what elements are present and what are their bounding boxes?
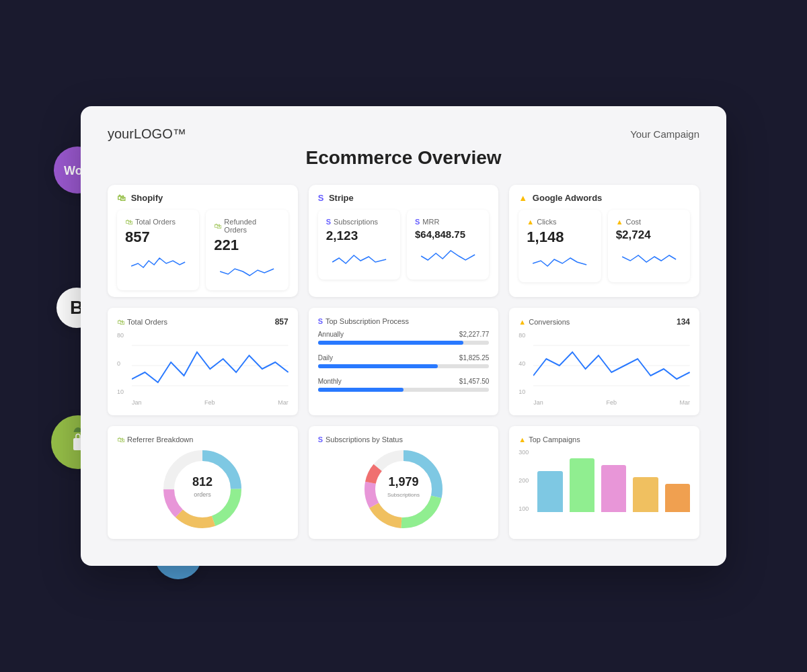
- mrr-card: S MRR $64,848.75: [407, 210, 489, 280]
- google-section: ▲ Google Adwords ▲ Clicks 1,148: [509, 185, 699, 297]
- daily-item: Daily $1,825.25: [318, 354, 490, 368]
- conversions-y-axis: 80 40 10: [518, 332, 532, 395]
- subscriptions-status-label: S Subscriptions by Status: [318, 435, 403, 444]
- google-conversions-icon: ▲: [518, 318, 526, 326]
- google-metrics: ▲ Clicks 1,148 ▲ Cost $2,724: [509, 203, 699, 289]
- refunded-sparkline: [214, 259, 280, 280]
- top-sections-row: 🛍 Shopify 🛍 Total Orders 857: [108, 185, 699, 297]
- top-campaigns-card: ▲ Top Campaigns 300 200 100: [509, 426, 699, 539]
- shopify-s-icon2: 🛍: [214, 222, 221, 230]
- total-orders-sparkline: [125, 251, 191, 271]
- conversions-header: ▲ Conversions 134: [518, 317, 690, 327]
- referrer-header: 🛍 Referrer Breakdown: [117, 435, 289, 444]
- google-a-icon: ▲: [527, 218, 534, 226]
- subscriptions-sparkline: [326, 249, 392, 269]
- conversions-label: ▲ Conversions: [518, 318, 570, 326]
- top-sub-header: S Top Subscription Process: [318, 317, 490, 325]
- google-section-title: ▲ Google Adwords: [509, 185, 699, 203]
- cost-card: ▲ Cost $2,724: [608, 210, 690, 282]
- subscriptions-status-header: S Subscriptions by Status: [318, 435, 490, 444]
- daily-header: Daily $1,825.25: [318, 354, 490, 362]
- cost-label: ▲ Cost: [616, 218, 682, 226]
- cost-sparkline: [616, 247, 682, 267]
- orders-line-svg: [132, 332, 289, 392]
- daily-bar-bg: [318, 364, 490, 368]
- referrer-card: 🛍 Referrer Breakdown 812 orders: [108, 426, 298, 539]
- clicks-value: 1,148: [527, 228, 592, 246]
- google-campaigns-icon: ▲: [518, 435, 526, 444]
- subscriptions-value: 2,123: [326, 228, 392, 243]
- campaigns-bars: [537, 449, 690, 512]
- bar-4: [633, 477, 658, 512]
- bar-5: [665, 484, 690, 512]
- conversions-line-svg: [533, 332, 690, 392]
- shopify-orders-chart: 🛍 Total Orders 857 80 0 10: [108, 308, 298, 415]
- shopify-referrer-icon: 🛍: [117, 435, 124, 444]
- subs-center-sub: Subscriptions: [387, 492, 420, 498]
- stripe-s-icon: S: [326, 218, 331, 226]
- shopify-metrics: 🛍 Total Orders 857 🛍 Refunded Orders: [108, 203, 298, 297]
- clicks-card: ▲ Clicks 1,148: [518, 210, 601, 282]
- referrer-center-sub: orders: [194, 491, 212, 498]
- annually-bar-fill: [318, 341, 463, 345]
- google-ads-icon-small: ▲: [518, 193, 527, 203]
- shopify-orders-chart-area: 80 0 10 Jan Feb Mar: [117, 332, 289, 406]
- bar-3: [601, 465, 626, 513]
- conversions-chart-area: 80 40 10 Jan Feb Mar: [518, 332, 690, 406]
- subscriptions-card: S Subscriptions 2,123: [318, 210, 400, 280]
- monthly-bar-fill: [318, 388, 404, 392]
- shopify-orders-header: 🛍 Total Orders 857: [117, 317, 289, 327]
- dashboard-container: yourLOGO™ Your Campaign Ecommerce Overvi…: [81, 106, 726, 566]
- logo-area: yourLOGO™: [108, 126, 186, 142]
- referrer-donut: 812 orders: [117, 449, 289, 530]
- annually-item: Annually $2,227.77: [318, 331, 490, 345]
- bottom-row: 🛍 Referrer Breakdown 812 orders: [108, 426, 699, 539]
- y-axis-labels: 80 0 10: [117, 332, 130, 395]
- top-campaigns-header: ▲ Top Campaigns: [518, 435, 690, 444]
- conversions-value: 134: [677, 317, 690, 327]
- monthly-item: Monthly $1,457.50: [318, 378, 490, 392]
- shopify-orders-chart-label: 🛍 Total Orders: [117, 318, 167, 326]
- referrer-center-value: 812: [192, 475, 213, 489]
- monthly-header: Monthly $1,457.50: [318, 378, 490, 385]
- subscriptions-status-donut: 1,979 Subscriptions: [318, 449, 490, 530]
- top-subscription-card: S Top Subscription Process Annually $2,2…: [309, 308, 499, 415]
- shopify-orders-chart-value: 857: [275, 317, 289, 327]
- clicks-sparkline: [527, 251, 592, 271]
- stripe-icon-small: S: [318, 193, 324, 203]
- campaign-label: Your Campaign: [630, 128, 699, 140]
- google-a-icon2: ▲: [616, 218, 623, 226]
- total-orders-value: 857: [125, 228, 191, 246]
- total-orders-label: 🛍 Total Orders: [125, 218, 191, 226]
- conversions-chart: ▲ Conversions 134 80 40 10: [509, 308, 699, 415]
- middle-row: 🛍 Total Orders 857 80 0 10: [108, 308, 699, 415]
- cost-value: $2,724: [616, 228, 682, 242]
- mrr-value: $64,848.75: [415, 228, 481, 240]
- shopify-s-icon: 🛍: [125, 218, 132, 226]
- annually-header: Annually $2,227.77: [318, 331, 490, 338]
- clicks-label: ▲ Clicks: [527, 218, 592, 226]
- stripe-metrics: S Subscriptions 2,123 S MRR $64,: [309, 203, 499, 286]
- page-title: Ecommerce Overview: [108, 147, 699, 169]
- stripe-section-title: S Stripe: [309, 185, 499, 203]
- subscriptions-status-card: S Subscriptions by Status 1,979 Subscrip…: [309, 426, 499, 539]
- referrer-label: 🛍 Referrer Breakdown: [117, 435, 193, 444]
- campaigns-y-axis: 300 200 100: [518, 449, 535, 512]
- campaigns-chart-area: 300 200 100: [518, 449, 690, 523]
- refunded-orders-label: 🛍 Refunded Orders: [214, 218, 280, 234]
- top-campaigns-label: ▲ Top Campaigns: [518, 435, 580, 444]
- stripe-sub-icon: S: [318, 317, 323, 325]
- x-axis-labels: Jan Feb Mar: [132, 399, 289, 406]
- stripe-status-icon: S: [318, 435, 323, 444]
- shopify-section-title: 🛍 Shopify: [108, 185, 298, 203]
- stripe-s-icon2: S: [415, 218, 420, 226]
- shopify-icon-small: 🛍: [117, 193, 126, 203]
- stripe-section: S Stripe S Subscriptions 2,123: [309, 185, 499, 297]
- shopify-chart-icon: 🛍: [117, 318, 124, 326]
- subscriptions-label: S Subscriptions: [326, 218, 392, 226]
- header: yourLOGO™ Your Campaign: [108, 126, 699, 142]
- top-sub-label: S Top Subscription Process: [318, 317, 409, 325]
- subscriptions-donut-svg: 1,979 Subscriptions: [360, 446, 447, 533]
- mrr-label: S MRR: [415, 218, 481, 226]
- shopify-section: 🛍 Shopify 🛍 Total Orders 857: [108, 185, 298, 297]
